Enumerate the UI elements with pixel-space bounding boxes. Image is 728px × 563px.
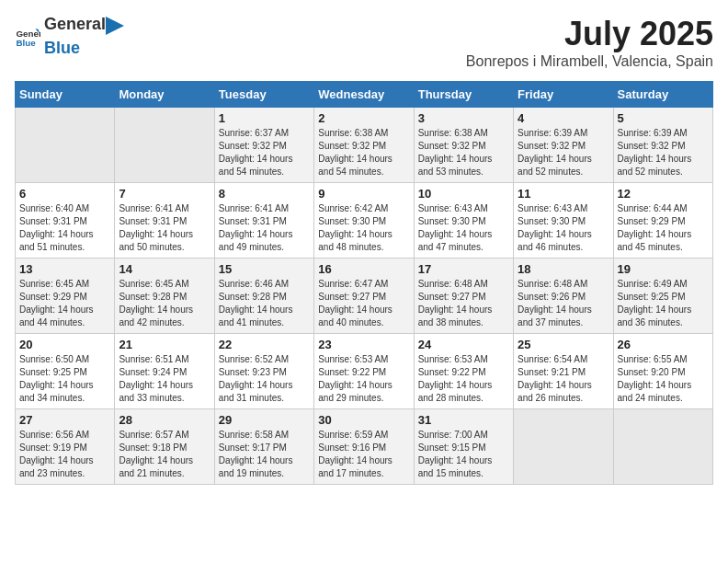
table-row: 14 Sunrise: 6:45 AMSunset: 9:28 PMDaylig… [115,259,214,334]
table-row: 5 Sunrise: 6:39 AMSunset: 9:32 PMDayligh… [613,108,712,183]
day-detail: Sunrise: 6:58 AMSunset: 9:17 PMDaylight:… [219,430,293,478]
day-detail: Sunrise: 6:51 AMSunset: 9:24 PMDaylight:… [119,354,193,403]
day-number: 20 [19,338,110,351]
table-row: 30 Sunrise: 6:59 AMSunset: 9:16 PMDaylig… [314,409,414,485]
day-detail: Sunrise: 6:39 AMSunset: 9:32 PMDaylight:… [618,128,692,177]
day-number: 31 [418,413,509,427]
header-thursday: Thursday [414,82,513,108]
calendar-week-row: 6 Sunrise: 6:40 AMSunset: 9:31 PMDayligh… [16,183,713,259]
table-row: 17 Sunrise: 6:48 AMSunset: 9:27 PMDaylig… [414,259,513,334]
table-row: 9 Sunrise: 6:42 AMSunset: 9:30 PMDayligh… [314,183,414,259]
day-number: 28 [119,413,210,427]
day-detail: Sunrise: 6:56 AMSunset: 9:19 PMDaylight:… [19,430,94,478]
table-row: 23 Sunrise: 6:53 AMSunset: 9:22 PMDaylig… [314,334,414,409]
day-detail: Sunrise: 6:39 AMSunset: 9:32 PMDaylight:… [518,128,592,177]
day-detail: Sunrise: 6:48 AMSunset: 9:26 PMDaylight:… [518,279,592,327]
day-number: 15 [219,262,310,276]
table-row: 12 Sunrise: 6:44 AMSunset: 9:29 PMDaylig… [613,183,712,259]
day-detail: Sunrise: 6:37 AMSunset: 9:32 PMDaylight:… [219,128,293,177]
day-detail: Sunrise: 6:44 AMSunset: 9:29 PMDaylight:… [618,203,692,252]
day-detail: Sunrise: 6:38 AMSunset: 9:32 PMDaylight:… [318,128,392,177]
header-tuesday: Tuesday [214,82,313,108]
day-detail: Sunrise: 6:54 AMSunset: 9:21 PMDaylight:… [518,354,592,403]
day-detail: Sunrise: 6:45 AMSunset: 9:28 PMDaylight:… [119,279,193,327]
day-detail: Sunrise: 6:45 AMSunset: 9:29 PMDaylight:… [19,279,94,327]
logo: General Blue General Blue [15,15,124,58]
table-row: 25 Sunrise: 6:54 AMSunset: 9:21 PMDaylig… [514,334,613,409]
day-number: 23 [318,338,409,351]
table-row [16,108,115,183]
day-number: 22 [219,338,310,351]
day-number: 26 [618,338,709,351]
table-row: 20 Sunrise: 6:50 AMSunset: 9:25 PMDaylig… [16,334,115,409]
day-number: 4 [518,111,609,125]
table-row: 7 Sunrise: 6:41 AMSunset: 9:31 PMDayligh… [115,183,214,259]
day-number: 9 [318,187,409,201]
table-row: 15 Sunrise: 6:46 AMSunset: 9:28 PMDaylig… [214,259,313,334]
main-title: July 2025 [466,15,713,53]
header-monday: Monday [115,82,214,108]
day-number: 12 [618,187,709,201]
day-detail: Sunrise: 6:53 AMSunset: 9:22 PMDaylight:… [418,354,493,403]
weekday-header-row: Sunday Monday Tuesday Wednesday Thursday… [16,82,713,108]
day-detail: Sunrise: 6:53 AMSunset: 9:22 PMDaylight:… [318,354,392,403]
subtitle: Bonrepos i Mirambell, Valencia, Spain [466,53,713,70]
svg-text:Blue: Blue [16,37,36,47]
day-number: 8 [219,187,310,201]
table-row [115,108,214,183]
table-row: 22 Sunrise: 6:52 AMSunset: 9:23 PMDaylig… [214,334,313,409]
calendar-week-row: 27 Sunrise: 6:56 AMSunset: 9:19 PMDaylig… [16,409,713,485]
day-number: 18 [518,262,609,276]
table-row: 3 Sunrise: 6:38 AMSunset: 9:32 PMDayligh… [414,108,513,183]
day-number: 6 [19,187,110,201]
header-wednesday: Wednesday [314,82,414,108]
logo-blue: Blue [44,39,80,57]
table-row: 29 Sunrise: 6:58 AMSunset: 9:17 PMDaylig… [214,409,313,485]
day-detail: Sunrise: 6:47 AMSunset: 9:27 PMDaylight:… [318,279,392,327]
day-detail: Sunrise: 7:00 AMSunset: 9:15 PMDaylight:… [418,430,493,478]
day-detail: Sunrise: 6:40 AMSunset: 9:31 PMDaylight:… [19,203,94,252]
day-detail: Sunrise: 6:52 AMSunset: 9:23 PMDaylight:… [219,354,293,403]
day-detail: Sunrise: 6:48 AMSunset: 9:27 PMDaylight:… [418,279,493,327]
day-detail: Sunrise: 6:50 AMSunset: 9:25 PMDaylight:… [19,354,94,403]
svg-marker-3 [106,17,124,35]
day-number: 1 [219,111,310,125]
day-number: 25 [518,338,609,351]
header: General Blue General Blue July 2025 Bonr… [15,15,713,70]
table-row: 26 Sunrise: 6:55 AMSunset: 9:20 PMDaylig… [613,334,712,409]
day-detail: Sunrise: 6:49 AMSunset: 9:25 PMDaylight:… [618,279,692,327]
table-row: 6 Sunrise: 6:40 AMSunset: 9:31 PMDayligh… [16,183,115,259]
table-row: 1 Sunrise: 6:37 AMSunset: 9:32 PMDayligh… [214,108,313,183]
day-detail: Sunrise: 6:38 AMSunset: 9:32 PMDaylight:… [418,128,493,177]
day-number: 2 [318,111,409,125]
day-number: 17 [418,262,509,276]
day-number: 29 [219,413,310,427]
day-detail: Sunrise: 6:41 AMSunset: 9:31 PMDaylight:… [219,203,293,252]
table-row: 19 Sunrise: 6:49 AMSunset: 9:25 PMDaylig… [613,259,712,334]
day-detail: Sunrise: 6:41 AMSunset: 9:31 PMDaylight:… [119,203,193,252]
day-number: 27 [19,413,110,427]
table-row: 2 Sunrise: 6:38 AMSunset: 9:32 PMDayligh… [314,108,414,183]
day-detail: Sunrise: 6:57 AMSunset: 9:18 PMDaylight:… [119,430,193,478]
table-row: 31 Sunrise: 7:00 AMSunset: 9:15 PMDaylig… [414,409,513,485]
header-sunday: Sunday [16,82,115,108]
logo-icon: General Blue [15,24,40,50]
table-row: 10 Sunrise: 6:43 AMSunset: 9:30 PMDaylig… [414,183,513,259]
day-number: 19 [618,262,709,276]
header-saturday: Saturday [613,82,712,108]
day-number: 11 [518,187,609,201]
calendar-week-row: 20 Sunrise: 6:50 AMSunset: 9:25 PMDaylig… [16,334,713,409]
header-friday: Friday [514,82,613,108]
table-row [613,409,712,485]
table-row: 11 Sunrise: 6:43 AMSunset: 9:30 PMDaylig… [514,183,613,259]
logo-general: General [44,15,106,39]
day-detail: Sunrise: 6:46 AMSunset: 9:28 PMDaylight:… [219,279,293,327]
table-row: 18 Sunrise: 6:48 AMSunset: 9:26 PMDaylig… [514,259,613,334]
day-number: 21 [119,338,210,351]
table-row: 28 Sunrise: 6:57 AMSunset: 9:18 PMDaylig… [115,409,214,485]
day-number: 16 [318,262,409,276]
day-number: 14 [119,262,210,276]
table-row: 16 Sunrise: 6:47 AMSunset: 9:27 PMDaylig… [314,259,414,334]
calendar-table: Sunday Monday Tuesday Wednesday Thursday… [15,81,713,485]
day-number: 24 [418,338,509,351]
